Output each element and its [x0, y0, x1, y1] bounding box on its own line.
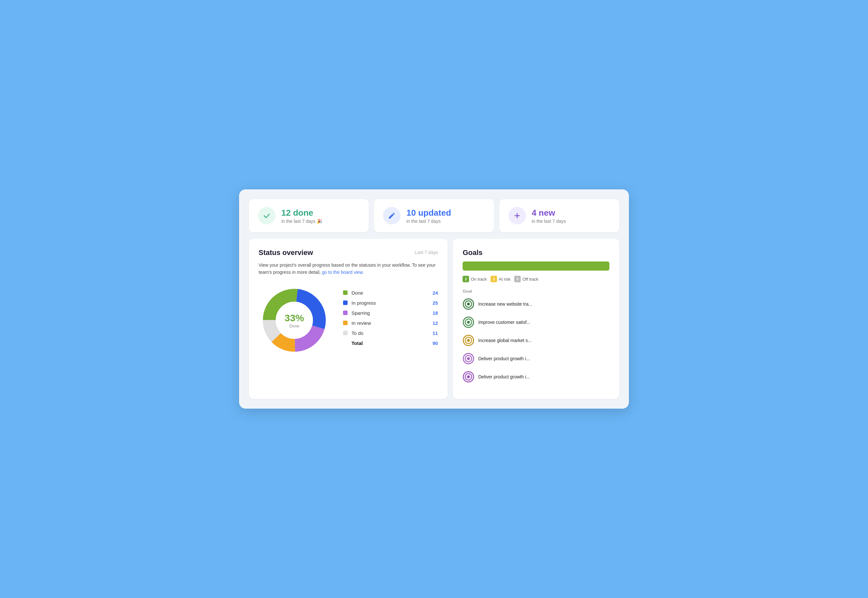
- donut-chart: 33% Done: [258, 284, 330, 356]
- board-view-link[interactable]: go to the board view.: [322, 270, 364, 275]
- goal-icon: [463, 335, 474, 346]
- new-text: 4 new in the last 7 days: [532, 208, 566, 224]
- updated-title: 10 updated: [406, 208, 451, 218]
- legend-name: To do: [351, 330, 433, 336]
- tag-name: On track: [471, 277, 487, 282]
- done-title: 12 done: [281, 208, 322, 218]
- legend-count: 18: [433, 310, 438, 316]
- legend-name: Sparring: [351, 310, 433, 316]
- main-container: 12 done in the last 7 days 🎉 10 updated …: [239, 189, 629, 409]
- updated-text: 10 updated in the last 7 days: [406, 208, 451, 224]
- legend-dot: [343, 311, 348, 315]
- status-description: View your project's overall progress bas…: [258, 262, 438, 276]
- goal-item[interactable]: Deliver product growth i...: [463, 371, 610, 383]
- legend-dot: [343, 321, 348, 325]
- chart-legend: Done 24 In progress 25 Sparring 18 In re…: [343, 290, 438, 350]
- goals-list: Increase new website tra... Improve cust…: [463, 298, 610, 383]
- donut-center: 33% Done: [285, 312, 304, 328]
- svg-point-20: [467, 357, 470, 360]
- legend-name: In review: [351, 320, 433, 326]
- goals-tag: 5Off track: [514, 276, 538, 282]
- donut-center-label: Done: [285, 323, 304, 328]
- legend-item: Done 24: [343, 290, 438, 296]
- goal-name: Deliver product growth i...: [478, 356, 530, 361]
- new-title: 4 new: [532, 208, 566, 218]
- stats-row: 12 done in the last 7 days 🎉 10 updated …: [249, 199, 619, 232]
- goals-tag: 2On track: [463, 276, 487, 282]
- legend-total: Total 90: [343, 341, 438, 346]
- goal-name: Increase new website tra...: [478, 302, 532, 306]
- goals-tags: 2On track2At risk5Off track: [463, 276, 610, 282]
- legend-count: 24: [433, 290, 438, 296]
- chart-area: 33% Done Done 24 In progress 25 Sparring…: [258, 284, 438, 356]
- stat-card-updated: 10 updated in the last 7 days: [374, 199, 494, 232]
- goals-card: Goals 2On track2At risk5Off track Goal I…: [453, 239, 619, 399]
- tag-badge: 2: [490, 276, 497, 282]
- goal-name: Deliver product growth i...: [478, 374, 530, 380]
- legend-item: Sparring 18: [343, 310, 438, 316]
- new-icon: [508, 207, 526, 224]
- status-overview-card: Last 7 days Status overview View your pr…: [249, 239, 448, 399]
- legend-count: 25: [433, 300, 438, 306]
- legend-dot: [343, 331, 348, 335]
- tag-badge: 2: [463, 276, 469, 282]
- goal-icon: [463, 298, 474, 310]
- done-text: 12 done in the last 7 days 🎉: [281, 208, 322, 224]
- svg-point-17: [467, 339, 470, 342]
- goal-name: Increase global market s...: [478, 338, 532, 343]
- legend-dot: [343, 290, 348, 295]
- goals-progress-bar: [463, 262, 610, 271]
- legend-item: In progress 25: [343, 300, 438, 306]
- new-subtitle: in the last 7 days: [532, 218, 566, 224]
- svg-point-14: [467, 321, 470, 323]
- legend-dot: [343, 300, 348, 305]
- period-label: Last 7 days: [415, 250, 438, 255]
- legend-item: To do 11: [343, 330, 438, 336]
- tag-badge: 5: [514, 276, 521, 282]
- total-count: 90: [433, 341, 438, 346]
- goals-header: Goal: [463, 289, 610, 294]
- stat-card-new: 4 new in the last 7 days: [499, 199, 619, 232]
- goal-item[interactable]: Improve customer satisf...: [463, 316, 610, 328]
- status-header: Last 7 days Status overview: [258, 248, 438, 257]
- legend-dot-total: [343, 341, 348, 345]
- done-icon: [258, 207, 275, 224]
- goals-title: Goals: [463, 248, 610, 257]
- legend-count: 12: [433, 320, 438, 326]
- done-subtitle: in the last 7 days 🎉: [281, 218, 322, 224]
- goal-item[interactable]: Deliver product growth i...: [463, 353, 610, 365]
- legend-count: 11: [433, 330, 438, 336]
- goals-tag: 2At risk: [490, 276, 510, 282]
- stat-card-done: 12 done in the last 7 days 🎉: [249, 199, 369, 232]
- tag-name: At risk: [499, 277, 510, 282]
- legend-name: Done: [351, 290, 433, 296]
- updated-icon: [383, 207, 400, 224]
- tag-name: Off track: [522, 277, 538, 282]
- bottom-row: Last 7 days Status overview View your pr…: [249, 239, 619, 399]
- goal-icon: [463, 353, 474, 365]
- legend-name: In progress: [351, 300, 433, 306]
- goal-icon: [463, 371, 474, 383]
- goal-icon: [463, 316, 474, 328]
- svg-point-23: [467, 375, 470, 378]
- goal-name: Improve customer satisf...: [478, 320, 530, 325]
- total-label: Total: [351, 341, 433, 346]
- donut-percentage: 33%: [285, 312, 304, 323]
- updated-subtitle: in the last 7 days: [406, 218, 451, 224]
- legend-item: In review 12: [343, 320, 438, 326]
- status-title: Status overview: [258, 248, 438, 257]
- svg-point-11: [467, 303, 470, 305]
- goal-item[interactable]: Increase new website tra...: [463, 298, 610, 310]
- goal-item[interactable]: Increase global market s...: [463, 335, 610, 346]
